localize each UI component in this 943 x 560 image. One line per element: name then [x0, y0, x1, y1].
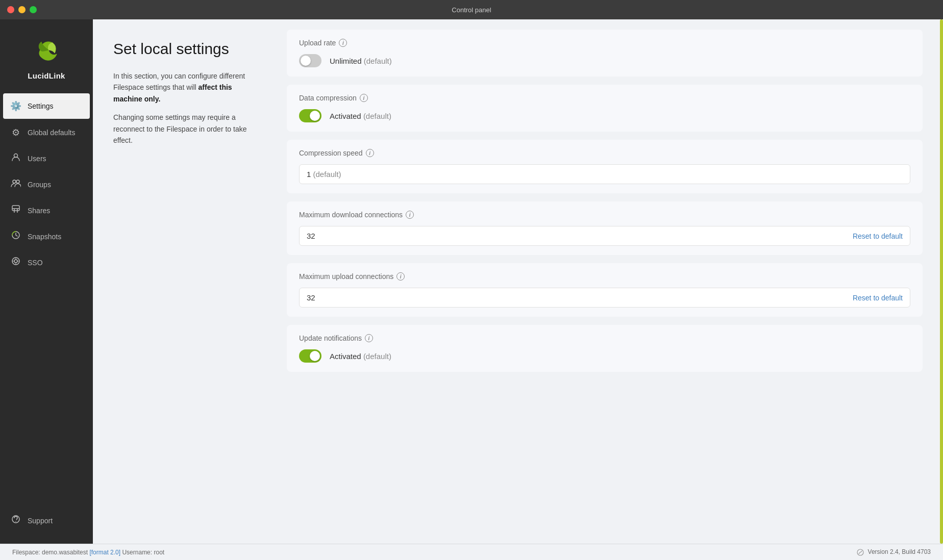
main-content: Set local settings In this section, you …	[93, 19, 943, 544]
max-upload-reset-link[interactable]: Reset to default	[853, 294, 903, 302]
window-title: Control panel	[452, 6, 491, 14]
max-upload-label: Maximum upload connections i	[299, 272, 910, 281]
upload-rate-toggle-thumb	[301, 56, 311, 66]
upload-rate-value: Unlimited (default)	[330, 57, 392, 65]
format-link[interactable]: [format 2.0]	[89, 549, 120, 556]
statusbar-version: Version 2.4, Build 4703	[857, 548, 931, 556]
data-compression-block: Data compression i Activated (default)	[287, 85, 923, 132]
close-button[interactable]	[7, 6, 14, 13]
update-notifications-info-icon[interactable]: i	[365, 334, 373, 342]
settings-panel: Upload rate i Unlimited (default)	[277, 19, 943, 544]
sidebar-item-support[interactable]: Support	[0, 507, 93, 533]
update-notifications-label: Update notifications i	[299, 334, 910, 342]
support-icon	[10, 515, 21, 526]
update-notifications-value: Activated (default)	[330, 352, 391, 361]
svg-rect-3	[12, 206, 19, 211]
sidebar-item-snapshots[interactable]: Snapshots	[0, 223, 93, 249]
sidebar-item-label-global-defaults: Global defaults	[28, 129, 75, 137]
left-panel: Set local settings In this section, you …	[93, 19, 277, 544]
sidebar-item-sso[interactable]: SSO	[0, 249, 93, 275]
svg-point-2	[16, 180, 19, 183]
global-defaults-icon: ⚙	[10, 127, 21, 138]
scroll-accent	[940, 19, 943, 544]
sidebar-nav: ⚙️ Settings ⚙ Global defaults Users	[0, 92, 93, 502]
max-upload-value: 32	[307, 293, 853, 302]
upload-rate-label: Upload rate i	[299, 39, 910, 47]
sidebar-item-global-defaults[interactable]: ⚙ Global defaults	[0, 120, 93, 145]
sidebar-item-groups[interactable]: Groups	[0, 171, 93, 197]
upload-rate-block: Upload rate i Unlimited (default)	[287, 30, 923, 77]
lucidlink-logo-icon	[30, 34, 63, 66]
update-notifications-toggle-thumb	[310, 351, 320, 361]
groups-icon	[10, 179, 21, 190]
data-compression-label: Data compression i	[299, 94, 910, 102]
sidebar-bottom: Support	[0, 502, 93, 539]
users-icon	[10, 152, 21, 164]
sidebar-item-label-snapshots: Snapshots	[28, 233, 61, 241]
data-compression-info-icon[interactable]: i	[360, 94, 368, 102]
svg-point-1	[13, 180, 16, 183]
app-body: LucidLink ⚙️ Settings ⚙ Global defaults	[0, 19, 943, 544]
max-download-reset-link[interactable]: Reset to default	[853, 232, 903, 240]
max-upload-info-icon[interactable]: i	[396, 272, 405, 281]
settings-icon: ⚙️	[10, 100, 21, 112]
sidebar-item-settings[interactable]: ⚙️ Settings	[3, 93, 90, 119]
upload-rate-info-icon[interactable]: i	[339, 39, 347, 47]
compression-speed-info-icon[interactable]: i	[366, 149, 374, 157]
svg-point-8	[15, 521, 16, 522]
max-upload-input-row: 32 Reset to default	[299, 288, 910, 308]
upload-rate-toggle-row: Unlimited (default)	[299, 54, 910, 67]
sidebar-item-label-groups: Groups	[28, 181, 51, 189]
panel-description-2: Changing some settings may require a rec…	[113, 112, 256, 146]
sidebar-item-label-shares: Shares	[28, 207, 50, 215]
upload-rate-toggle[interactable]	[299, 54, 321, 67]
snapshots-icon	[10, 231, 21, 242]
max-download-input-row: 32 Reset to default	[299, 226, 910, 246]
data-compression-toggle[interactable]	[299, 109, 321, 122]
sso-icon	[10, 257, 21, 268]
data-compression-value: Activated (default)	[330, 112, 391, 120]
update-notifications-block: Update notifications i Activated (defaul…	[287, 325, 923, 372]
data-compression-toggle-row: Activated (default)	[299, 109, 910, 122]
shares-icon	[10, 205, 21, 216]
max-download-label: Maximum download connections i	[299, 211, 910, 219]
panel-description-1: In this section, you can configure diffe…	[113, 70, 256, 105]
sidebar-item-label-support: Support	[28, 517, 53, 525]
update-notifications-toggle-row: Activated (default)	[299, 349, 910, 363]
maximize-button[interactable]	[30, 6, 37, 13]
minimize-button[interactable]	[18, 6, 26, 13]
compression-speed-block: Compression speed i 1 (default)	[287, 140, 923, 193]
max-download-info-icon[interactable]: i	[406, 211, 414, 219]
statusbar: Filespace: demo.wasabitest [format 2.0] …	[0, 544, 943, 560]
titlebar-buttons	[7, 6, 37, 13]
compression-speed-label: Compression speed i	[299, 149, 910, 157]
sidebar-logo: LucidLink	[0, 19, 93, 92]
sidebar-item-label-settings: Settings	[28, 102, 54, 110]
max-download-block: Maximum download connections i 32 Reset …	[287, 201, 923, 255]
sidebar-item-label-sso: SSO	[28, 259, 43, 267]
sidebar-item-users[interactable]: Users	[0, 145, 93, 171]
compression-speed-input-row: 1 (default)	[299, 164, 910, 184]
sidebar-item-shares[interactable]: Shares	[0, 197, 93, 223]
sidebar: LucidLink ⚙️ Settings ⚙ Global defaults	[0, 19, 93, 544]
compression-speed-value: 1 (default)	[307, 170, 903, 179]
sidebar-item-label-users: Users	[28, 155, 46, 163]
titlebar: Control panel	[0, 0, 943, 19]
max-download-value: 32	[307, 232, 853, 240]
data-compression-toggle-thumb	[310, 111, 320, 121]
logo-text: LucidLink	[28, 71, 65, 80]
svg-point-6	[14, 260, 17, 263]
page-title: Set local settings	[113, 40, 256, 58]
statusbar-info: Filespace: demo.wasabitest [format 2.0] …	[12, 549, 164, 556]
update-notifications-toggle[interactable]	[299, 349, 321, 363]
max-upload-block: Maximum upload connections i 32 Reset to…	[287, 263, 923, 317]
